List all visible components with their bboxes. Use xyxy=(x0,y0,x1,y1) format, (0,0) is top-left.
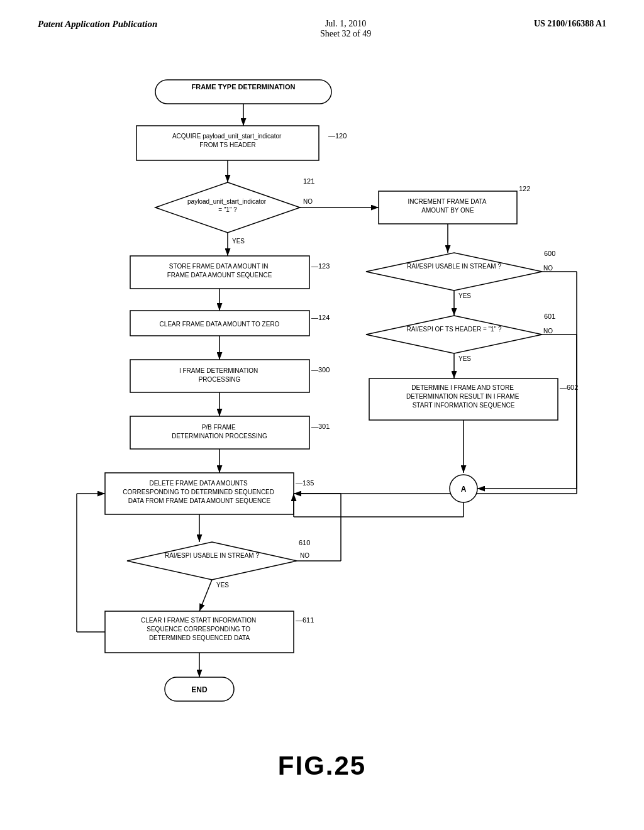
svg-text:YES: YES xyxy=(458,292,471,299)
svg-text:DETERMINE I FRAME AND STORE
  : DETERMINE I FRAME AND STORE DETERMINATIO… xyxy=(406,384,521,409)
svg-text:—301: —301 xyxy=(311,423,330,430)
svg-text:600: 600 xyxy=(544,250,555,257)
svg-marker-55 xyxy=(366,253,542,290)
svg-marker-38 xyxy=(127,542,297,580)
svg-text:A: A xyxy=(461,485,467,494)
svg-text:601: 601 xyxy=(544,313,555,320)
svg-text:122: 122 xyxy=(519,185,530,192)
diagram-area: FRAME TYPE DETERMINATION ACQUIRE payload… xyxy=(0,45,644,800)
svg-text:YES: YES xyxy=(216,582,229,589)
flowchart-svg: FRAME TYPE DETERMINATION ACQUIRE payload… xyxy=(0,45,644,800)
svg-text:—611: —611 xyxy=(296,616,314,624)
header-center: Jul. 1, 2010 Sheet 32 of 49 xyxy=(320,19,371,39)
figure-label: FIG.25 xyxy=(278,751,366,781)
svg-marker-64 xyxy=(366,316,542,353)
svg-text:—120: —120 xyxy=(328,132,347,140)
svg-text:—602: —602 xyxy=(560,384,578,391)
svg-text:NO: NO xyxy=(543,265,553,272)
svg-text:RAI/ESPI OF TS HEADER = "1" ?: RAI/ESPI OF TS HEADER = "1" ? xyxy=(406,326,502,333)
svg-text:121: 121 xyxy=(303,177,314,185)
svg-text:—124: —124 xyxy=(311,314,330,321)
sheet-info: Sheet 32 of 49 xyxy=(320,29,371,39)
svg-text:YES: YES xyxy=(458,355,471,362)
svg-text:END: END xyxy=(191,685,208,694)
svg-text:—123: —123 xyxy=(311,262,330,270)
svg-text:FRAME TYPE DETERMINATION: FRAME TYPE DETERMINATION xyxy=(192,83,296,91)
svg-text:—300: —300 xyxy=(311,366,330,374)
patent-number: US 2100/166388 A1 xyxy=(534,19,606,29)
svg-text:—135: —135 xyxy=(296,479,314,487)
svg-text:610: 610 xyxy=(299,539,310,546)
svg-text:NO: NO xyxy=(300,552,309,559)
svg-text:RAI/ESPI USABLE IN STREAM ?: RAI/ESPI USABLE IN STREAM ? xyxy=(407,263,501,270)
svg-text:CLEAR I FRAME START INFORMATIO: CLEAR I FRAME START INFORMATION SEQUENCE… xyxy=(141,617,258,641)
page-header: Patent Application Publication Jul. 1, 2… xyxy=(0,0,644,45)
date: Jul. 1, 2010 xyxy=(320,19,371,29)
svg-text:YES: YES xyxy=(232,238,245,245)
svg-text:NO: NO xyxy=(303,198,313,205)
svg-text:NO: NO xyxy=(543,328,553,335)
svg-line-44 xyxy=(199,580,212,611)
publication-title: Patent Application Publication xyxy=(38,19,157,30)
svg-text:CLEAR FRAME DATA AMOUNT TO ZER: CLEAR FRAME DATA AMOUNT TO ZERO xyxy=(160,321,280,328)
svg-text:RAI/ESPI USABLE IN STREAM ?: RAI/ESPI USABLE IN STREAM ? xyxy=(165,552,259,559)
